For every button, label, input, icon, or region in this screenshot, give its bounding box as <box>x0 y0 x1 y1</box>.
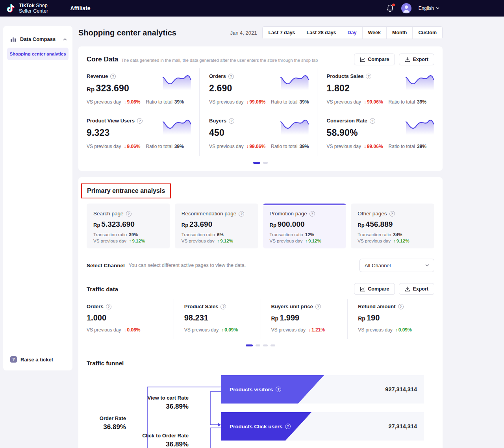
traffic-data-actions: Compare Export <box>354 283 434 295</box>
sidebar: Data Compass Shopping center analytics ?… <box>3 26 72 370</box>
transaction-ratio-label: Transaction ratio <box>358 232 391 237</box>
delta-pct: 0.09% <box>398 327 412 333</box>
download-icon <box>405 57 410 62</box>
notification-bell-icon[interactable] <box>386 4 394 13</box>
help-icon[interactable]: ? <box>220 304 226 309</box>
help-icon[interactable]: ? <box>389 211 395 217</box>
metric-comparison: VS previous day ↓99.06% Ratio to total 3… <box>209 144 309 149</box>
entrance-value: Rp5.323.690 <box>93 220 163 229</box>
currency-prefix: Rp <box>87 86 94 93</box>
transaction-ratio-value: 39% <box>129 232 138 237</box>
arrow-up-icon: ↑ <box>217 239 220 243</box>
export-button[interactable]: Export <box>399 54 434 65</box>
delta-pct: 9.12% <box>397 239 410 243</box>
arrow-down-icon: ↓ <box>308 327 311 333</box>
pagination-dot[interactable] <box>263 344 268 346</box>
tab-day[interactable]: Day <box>342 27 362 39</box>
tab-custom[interactable]: Custom <box>412 27 442 39</box>
metric-label: Buyers <box>209 118 226 124</box>
entrance-card-promotion-page[interactable]: Promotion page? Rp900.000 Transaction ra… <box>263 204 346 248</box>
delta-value: ↑9.12% <box>305 239 321 243</box>
avatar[interactable] <box>401 3 411 13</box>
core-data-pagination <box>87 156 434 166</box>
ratio-to-total-label: Ratio to total <box>146 99 172 105</box>
metric-number: 2.690 <box>209 83 232 93</box>
compare-label: Compare <box>368 57 389 62</box>
entrance-label: Other pages <box>358 211 387 217</box>
primary-entrance-card: Primary entrance analysis Search page? R… <box>78 177 443 448</box>
sparkline-chart <box>162 117 191 135</box>
help-icon[interactable]: ? <box>239 211 244 217</box>
compare-button[interactable]: Compare <box>354 54 395 65</box>
tab-last-7-days[interactable]: Last 7 days <box>263 27 300 39</box>
compare-button[interactable]: Compare <box>354 283 395 295</box>
help-icon[interactable]: ? <box>110 74 116 79</box>
arrow-up-icon: ↑ <box>305 239 308 243</box>
arrow-down-icon: ↓ <box>364 99 366 105</box>
vs-previous-day-label: VS previous day <box>209 144 243 149</box>
pagination-dot[interactable] <box>271 344 275 346</box>
delta-value: ↓9.06% <box>124 99 140 105</box>
pagination-dot[interactable] <box>253 162 260 164</box>
channel-dropdown[interactable]: All Channel <box>359 259 434 272</box>
vs-previous-day-label: VS previous day <box>270 239 303 243</box>
metric-number: 323.690 <box>96 83 129 93</box>
help-icon[interactable]: ? <box>285 424 291 429</box>
vs-row: VS previous day↑9.12% <box>358 239 428 243</box>
tiktok-logo[interactable]: TikTok Shop Seller Center <box>6 3 48 14</box>
metric-number: 450 <box>209 128 224 138</box>
chevron-down-icon <box>436 7 439 9</box>
help-icon[interactable]: ? <box>309 211 315 217</box>
order-rate: Order Rate 36.89% <box>100 415 126 431</box>
tab-week[interactable]: Week <box>362 27 386 39</box>
transaction-ratio-row: Transaction ratio12% <box>270 232 340 237</box>
help-icon[interactable]: ? <box>126 211 132 217</box>
tab-last-28-days[interactable]: Last 28 days <box>301 27 342 39</box>
language-selector[interactable]: English <box>419 6 439 11</box>
select-channel-description: You can select different active pages to… <box>129 263 246 268</box>
export-button[interactable]: Export <box>399 283 434 295</box>
ratio-value: 39% <box>417 144 426 149</box>
entrance-card-other-pages[interactable]: Other pages? Rp456.889 Transaction ratio… <box>351 204 434 248</box>
logo-text: TikTok Shop Seller Center <box>19 3 48 14</box>
entrance-value: Rp23.690 <box>182 220 252 229</box>
compare-chart-icon <box>360 57 365 62</box>
metric-label: Orders <box>87 304 104 309</box>
help-icon[interactable]: ? <box>315 304 321 309</box>
pagination-dot[interactable] <box>256 344 260 346</box>
entrance-card-search-page[interactable]: Search page? Rp5.323.690 Transaction rat… <box>87 204 170 248</box>
help-icon[interactable]: ? <box>370 118 375 124</box>
vs-previous-day-label: VS previous day <box>87 327 121 333</box>
vs-previous-day-label: VS previous day <box>327 144 361 149</box>
pagination-dot[interactable] <box>246 344 253 346</box>
raise-ticket-label: Raise a ticket <box>20 357 53 363</box>
help-icon[interactable]: ? <box>106 304 111 309</box>
help-icon[interactable]: ? <box>398 304 404 309</box>
tab-month[interactable]: Month <box>386 27 412 39</box>
entrance-card-recommendation-page[interactable]: Recommendation page? Rp23.690 Transactio… <box>175 204 258 248</box>
metric-label: Buyers unit price <box>271 304 313 309</box>
transaction-ratio-value: 6% <box>217 232 224 237</box>
sidebar-section-data-compass[interactable]: Data Compass <box>3 36 72 42</box>
transaction-ratio-label: Transaction ratio <box>270 232 303 237</box>
metric-comparison: VS previous day ↓99.06% Ratio to total 3… <box>327 144 427 149</box>
nav-item-affiliate[interactable]: Affiliate <box>70 5 90 11</box>
help-icon[interactable]: ? <box>276 387 281 392</box>
help-icon[interactable]: ? <box>229 118 234 124</box>
delta-pct: 99.06% <box>249 99 265 105</box>
arrow-down-icon: ↓ <box>124 144 126 149</box>
metric-number: 1.802 <box>327 83 350 93</box>
notification-dot <box>392 4 395 6</box>
logo-shop: Shop <box>36 3 48 8</box>
metric-number: 1.000 <box>87 313 106 322</box>
help-icon[interactable]: ? <box>137 118 143 124</box>
raise-a-ticket[interactable]: ? Raise a ticket <box>10 356 53 363</box>
help-icon[interactable]: ? <box>366 74 371 79</box>
sidebar-item-shopping-center-analytics[interactable]: Shopping center analytics <box>7 48 69 60</box>
vs-previous-day-label: VS previous day <box>358 327 392 333</box>
delta-pct: 0.06% <box>127 327 140 333</box>
sidebar-section-label: Data Compass <box>20 36 59 42</box>
chevron-down-icon <box>425 264 429 267</box>
pagination-dot[interactable] <box>263 162 268 164</box>
help-icon[interactable]: ? <box>228 74 234 79</box>
